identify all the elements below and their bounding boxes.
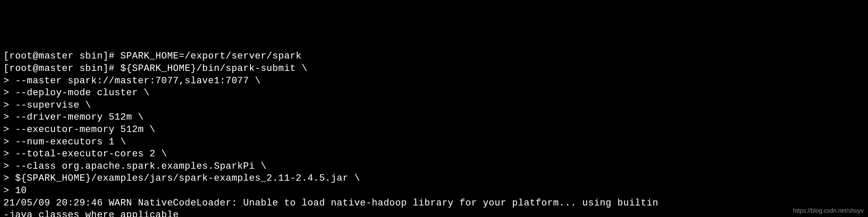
terminal-line: 21/05/09 20:29:46 WARN NativeCodeLoader:… (3, 197, 865, 210)
terminal-line: [root@master sbin]# SPARK_HOME=/export/s… (3, 50, 865, 63)
watermark-text: https://blog.csdn.net/shuyv (793, 207, 864, 214)
terminal-output[interactable]: [root@master sbin]# SPARK_HOME=/export/s… (3, 50, 865, 217)
terminal-line: > --total-executor-cores 2 \ (3, 148, 865, 161)
terminal-line: > --executor-memory 512m \ (3, 124, 865, 136)
terminal-line: > --driver-memory 512m \ (3, 111, 865, 124)
terminal-line: -java classes where applicable (3, 209, 865, 217)
terminal-line: > 10 (3, 185, 865, 197)
terminal-line: [root@master sbin]# ${SPARK_HOME}/bin/sp… (3, 63, 865, 75)
terminal-line: > --deploy-mode cluster \ (3, 87, 865, 100)
terminal-line: > ${SPARK_HOME}/examples/jars/spark-exam… (3, 173, 865, 185)
terminal-line: > --class org.apache.spark.examples.Spar… (3, 161, 865, 173)
terminal-line: > --num-executors 1 \ (3, 136, 865, 149)
terminal-line: > --master spark://master:7077,slave1:70… (3, 75, 865, 88)
terminal-line: > --supervise \ (3, 100, 865, 112)
